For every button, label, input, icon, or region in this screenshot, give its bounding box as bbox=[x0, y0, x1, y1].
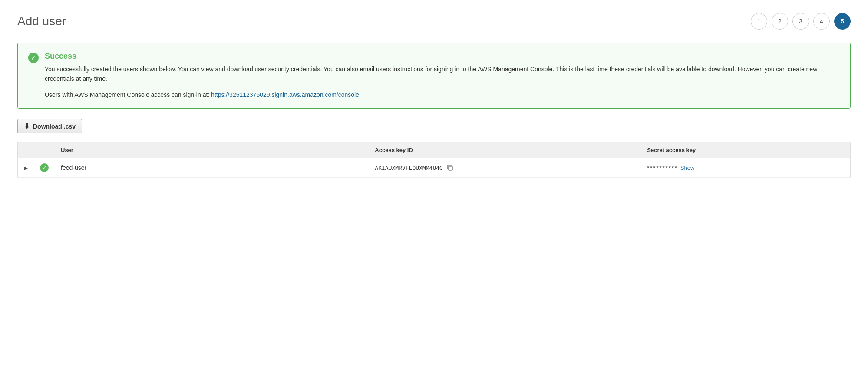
step-5: 5 bbox=[834, 13, 851, 30]
users-table: User Access key ID Secret access key ▶ ✓… bbox=[17, 142, 851, 178]
row-user-cell: feed-user bbox=[55, 158, 369, 178]
step-3: 3 bbox=[792, 13, 809, 30]
access-key-value: AKIAUXMRVFLOUXMM4U4G bbox=[375, 165, 443, 171]
row-status-cell: ✓ bbox=[34, 158, 55, 178]
table-header-row: User Access key ID Secret access key bbox=[18, 142, 851, 158]
sign-in-prefix: Users with AWS Management Console access… bbox=[45, 91, 211, 98]
steps-indicator: 1 2 3 4 5 bbox=[751, 13, 851, 30]
sign-in-line: Users with AWS Management Console access… bbox=[45, 90, 840, 99]
row-expand-cell[interactable]: ▶ bbox=[18, 158, 34, 178]
download-icon: ⬇ bbox=[24, 122, 30, 130]
user-name: feed-user bbox=[61, 164, 86, 171]
success-message: You successfully created the users shown… bbox=[45, 64, 840, 84]
col-access-key-header: Access key ID bbox=[369, 142, 641, 158]
col-secret-key-header: Secret access key bbox=[641, 142, 850, 158]
download-csv-button[interactable]: ⬇ Download .csv bbox=[17, 119, 82, 133]
step-2: 2 bbox=[772, 13, 788, 30]
row-status-icon: ✓ bbox=[40, 163, 49, 172]
step-1: 1 bbox=[751, 13, 767, 30]
page-title: Add user bbox=[17, 14, 66, 28]
secret-key-wrap: ********** Show bbox=[647, 165, 844, 171]
step-4: 4 bbox=[813, 13, 830, 30]
access-key-value-wrap: AKIAUXMRVFLOUXMM4U4G bbox=[375, 164, 635, 171]
download-csv-label: Download .csv bbox=[33, 123, 76, 130]
show-secret-link[interactable]: Show bbox=[680, 165, 695, 171]
row-secret-key-cell: ********** Show bbox=[641, 158, 850, 178]
success-title: Success bbox=[45, 52, 840, 61]
console-link[interactable]: https://325112376029.signin.aws.amazon.c… bbox=[211, 91, 359, 98]
expand-icon[interactable]: ▶ bbox=[24, 165, 28, 171]
table-row: ▶ ✓ feed-user AKIAUXMRVFLOUXMM4U4G bbox=[18, 158, 851, 178]
col-user-header: User bbox=[55, 142, 369, 158]
success-banner: ✓ Success You successfully created the u… bbox=[17, 43, 851, 109]
col-status bbox=[34, 142, 55, 158]
page-header: Add user 1 2 3 4 5 bbox=[17, 13, 851, 30]
success-content: Success You successfully created the use… bbox=[45, 52, 840, 99]
success-icon-wrap: ✓ bbox=[28, 53, 39, 63]
col-expand bbox=[18, 142, 34, 158]
secret-dots: ********** bbox=[647, 165, 678, 171]
copy-icon[interactable] bbox=[446, 164, 453, 171]
success-check-icon: ✓ bbox=[28, 53, 39, 63]
svg-rect-0 bbox=[449, 166, 452, 170]
row-access-key-cell: AKIAUXMRVFLOUXMM4U4G bbox=[369, 158, 641, 178]
